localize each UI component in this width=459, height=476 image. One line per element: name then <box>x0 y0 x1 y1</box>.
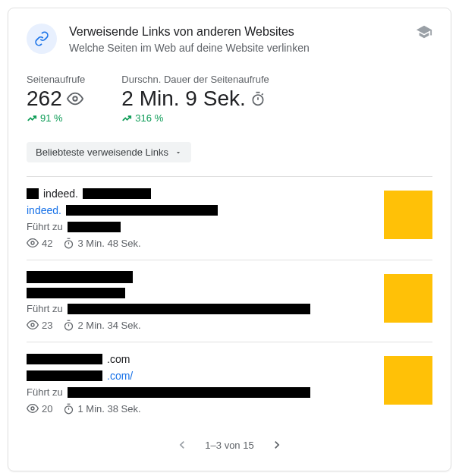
item-meta: 23 2 Min. 34 Sek. <box>27 319 372 331</box>
item-body: Führt zu 23 2 Min. 34 Sek. <box>27 271 372 331</box>
stats-row: Seitenaufrufe 262 91 % Durschn. Dauer de… <box>27 74 432 124</box>
referring-links-card: Verweisende Links von anderen Websites W… <box>8 8 451 471</box>
list-item: .com .com/ Führt zu 20 1 Min. 38 Sek. <box>27 342 432 425</box>
item-views: 20 <box>27 402 52 415</box>
stopwatch-icon <box>63 238 74 249</box>
item-source <box>27 271 372 283</box>
stat-views-change: 91 % <box>27 112 85 124</box>
redacted-text <box>66 205 218 216</box>
link-icon <box>34 31 49 46</box>
redacted-text <box>68 387 310 398</box>
chevron-right-icon <box>269 437 285 452</box>
sort-dropdown[interactable]: Beliebteste verweisende Links <box>27 142 191 162</box>
list-item: indeed. indeed. Führt zu 42 3 Min. 48 Se… <box>27 176 432 260</box>
graduation-cap-icon[interactable] <box>416 24 432 43</box>
stopwatch-icon <box>250 91 266 106</box>
stat-duration: Durschn. Dauer der Seitenaufrufe 2 Min. … <box>121 74 269 124</box>
dropdown-label: Beliebteste verweisende Links <box>36 147 168 158</box>
pager-text: 1–3 von 15 <box>205 440 253 451</box>
pagination: 1–3 von 15 <box>27 434 432 456</box>
stat-views: Seitenaufrufe 262 91 % <box>27 74 85 124</box>
trend-up-icon <box>27 113 37 124</box>
redacted-favicon <box>27 188 39 199</box>
item-link[interactable]: indeed. <box>27 204 372 216</box>
stat-duration-value: 2 Min. 9 Sek. <box>121 87 269 111</box>
card-title: Verweisende Links von anderen Websites <box>69 24 404 40</box>
prev-page-button[interactable] <box>171 434 193 456</box>
redacted-text <box>27 271 133 283</box>
redacted-text <box>68 222 121 232</box>
item-thumbnail <box>384 274 432 323</box>
link-icon-circle <box>27 24 57 54</box>
svg-point-0 <box>73 96 77 101</box>
chevron-left-icon <box>174 437 190 452</box>
card-header: Verweisende Links von anderen Websites W… <box>27 24 432 55</box>
card-subtitle: Welche Seiten im Web auf deine Website v… <box>69 40 404 55</box>
svg-point-2 <box>31 241 34 244</box>
trend-up-icon <box>121 113 132 124</box>
stopwatch-icon <box>63 320 74 331</box>
eye-icon <box>67 90 83 107</box>
stopwatch-icon <box>63 403 74 415</box>
item-views: 42 <box>27 237 52 249</box>
item-link[interactable] <box>27 288 372 298</box>
item-duration: 2 Min. 34 Sek. <box>63 320 140 331</box>
eye-icon <box>27 319 39 331</box>
redacted-text <box>27 370 102 381</box>
next-page-button[interactable] <box>266 434 288 456</box>
item-duration: 3 Min. 48 Sek. <box>63 238 140 249</box>
redacted-text <box>68 304 310 314</box>
chevron-down-icon <box>174 149 182 156</box>
item-meta: 42 3 Min. 48 Sek. <box>27 237 372 249</box>
redacted-text <box>27 288 125 298</box>
item-source: .com <box>27 353 372 365</box>
item-duration: 1 Min. 38 Sek. <box>63 403 140 415</box>
item-thumbnail <box>384 191 432 239</box>
stat-views-value: 262 <box>27 87 85 111</box>
item-meta: 20 1 Min. 38 Sek. <box>27 402 372 415</box>
stat-duration-label: Durschn. Dauer der Seitenaufrufe <box>121 74 269 85</box>
item-target: Führt zu <box>27 303 372 314</box>
item-target: Führt zu <box>27 221 372 232</box>
eye-icon <box>27 237 39 249</box>
item-views: 23 <box>27 319 52 331</box>
item-body: .com .com/ Führt zu 20 1 Min. 38 Sek. <box>27 353 372 415</box>
list-item: Führt zu 23 2 Min. 34 Sek. <box>27 260 432 342</box>
header-text-block: Verweisende Links von anderen Websites W… <box>69 24 404 55</box>
item-thumbnail <box>384 356 432 405</box>
redacted-text <box>83 188 151 199</box>
svg-point-4 <box>31 323 34 326</box>
stat-duration-change: 316 % <box>121 112 269 124</box>
eye-icon <box>27 402 39 415</box>
stat-views-label: Seitenaufrufe <box>27 74 85 85</box>
redacted-text <box>27 354 102 364</box>
item-source: indeed. <box>27 188 372 200</box>
item-body: indeed. indeed. Führt zu 42 3 Min. 48 Se… <box>27 188 372 249</box>
svg-point-6 <box>31 407 34 410</box>
item-link[interactable]: .com/ <box>27 370 372 382</box>
item-target: Führt zu <box>27 386 372 398</box>
